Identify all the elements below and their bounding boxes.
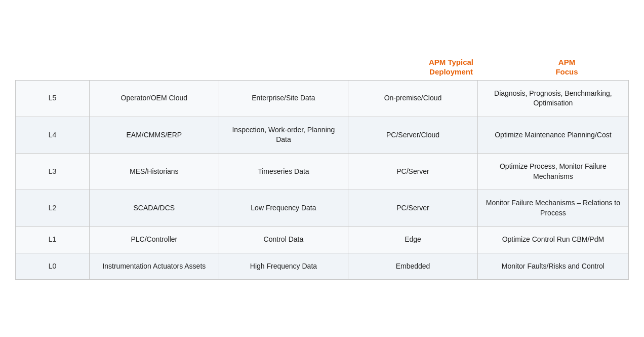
data-type-cell: Control Data (219, 227, 348, 253)
deployment-cell: Edge (348, 227, 478, 253)
main-table-wrapper: APM Typical Deployment APM Focus L5Opera… (15, 57, 629, 280)
focus-cell: Diagnosis, Prognosis, Benchmarking, Opti… (477, 80, 628, 117)
data-type-cell: Low Frequency Data (219, 190, 348, 227)
focus-cell: Optimize Maintenance Planning/Cost (477, 117, 628, 153)
system-cell: EAM/CMMS/ERP (90, 117, 219, 153)
header-deploy: APM Typical Deployment (398, 57, 504, 77)
table-row: L0Instrumentation Actuators AssetsHigh F… (16, 253, 629, 280)
column-headers: APM Typical Deployment APM Focus (15, 57, 629, 77)
header-focus: APM Focus (505, 57, 629, 77)
level-cell: L5 (16, 80, 90, 117)
deployment-cell: Embedded (348, 253, 478, 280)
deployment-cell: PC/Server (348, 190, 478, 227)
level-cell: L4 (16, 117, 90, 153)
level-cell: L2 (16, 190, 90, 227)
deployment-cell: PC/Server (348, 153, 478, 190)
deployment-cell: PC/Server/Cloud (348, 117, 478, 153)
system-cell: PLC/Controller (90, 227, 219, 253)
focus-cell: Optimize Control Run CBM/PdM (477, 227, 628, 253)
data-table: L5Operator/OEM CloudEnterprise/Site Data… (15, 80, 629, 280)
data-type-cell: Enterprise/Site Data (219, 80, 348, 117)
focus-cell: Monitor Failure Mechanisms – Relations t… (477, 190, 628, 227)
deployment-cell: On-premise/Cloud (348, 80, 478, 117)
system-cell: SCADA/DCS (90, 190, 219, 227)
level-cell: L1 (16, 227, 90, 253)
system-cell: MES/Historians (90, 153, 219, 190)
system-cell: Operator/OEM Cloud (90, 80, 219, 117)
level-cell: L3 (16, 153, 90, 190)
table-row: L4EAM/CMMS/ERPInspection, Work-order, Pl… (16, 117, 629, 153)
focus-cell: Monitor Faults/Risks and Control (477, 253, 628, 280)
level-cell: L0 (16, 253, 90, 280)
data-type-cell: High Frequency Data (219, 253, 348, 280)
table-row: L2SCADA/DCSLow Frequency DataPC/ServerMo… (16, 190, 629, 227)
table-row: L5Operator/OEM CloudEnterprise/Site Data… (16, 80, 629, 117)
data-type-cell: Timeseries Data (219, 153, 348, 190)
table-row: L3MES/HistoriansTimeseries DataPC/Server… (16, 153, 629, 190)
table-row: L1PLC/ControllerControl DataEdgeOptimize… (16, 227, 629, 253)
focus-cell: Optimize Process, Monitor Failure Mechan… (477, 153, 628, 190)
system-cell: Instrumentation Actuators Assets (90, 253, 219, 280)
data-type-cell: Inspection, Work-order, Planning Data (219, 117, 348, 153)
